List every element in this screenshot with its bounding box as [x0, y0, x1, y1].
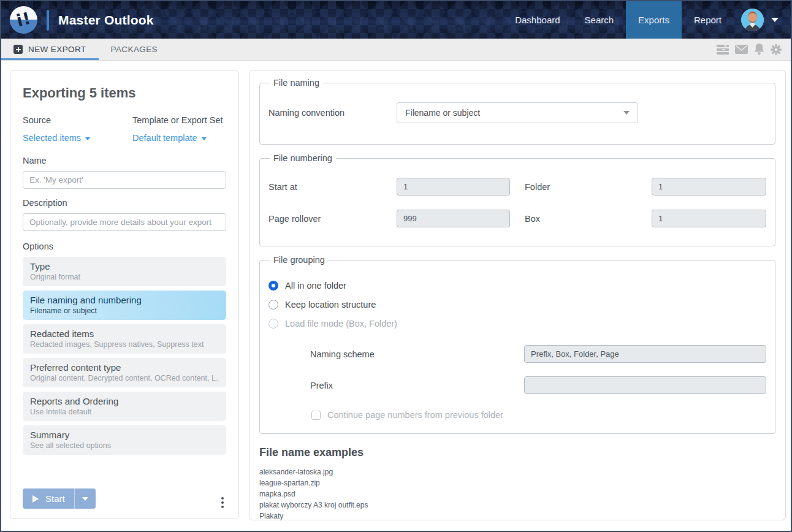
options-label: Options — [23, 241, 226, 251]
example-file: mapka.psd — [259, 488, 775, 500]
start-button[interactable]: Start — [23, 493, 74, 504]
radio-label: All in one folder — [285, 281, 346, 291]
example-file-list: aleksander-latoska.jpg league-spartan.zi… — [259, 466, 775, 522]
nav-item-exports[interactable]: Exports — [626, 1, 682, 39]
start-at-label: Start at — [268, 182, 397, 192]
naming-scheme-input — [524, 345, 766, 363]
box-label: Box — [510, 214, 652, 224]
name-label: Name — [23, 156, 226, 165]
main-nav: Dashboard Search Exports Report — [503, 1, 791, 39]
logo-glyph: i! — [14, 8, 32, 30]
sub-navbar: NEW EXPORT PACKAGES — [1, 39, 791, 61]
option-reports-ordering[interactable]: Reports and Ordering Use Intella default — [23, 392, 226, 421]
start-split-button: Start — [23, 488, 96, 509]
naming-convention-select[interactable]: Filename or subject — [397, 102, 638, 123]
chevron-down-icon — [85, 137, 90, 140]
example-file: Plakaty — [259, 511, 775, 522]
file-grouping-legend: File grouping — [270, 255, 329, 265]
option-subtitle: Redacted images, Suppress natives, Suppr… — [30, 340, 219, 349]
description-label: Description — [23, 198, 226, 208]
option-title: Summary — [30, 430, 219, 440]
radio-checked-icon[interactable] — [268, 281, 278, 291]
tab-packages[interactable]: PACKAGES — [99, 39, 170, 60]
file-naming-fieldset: File naming Naming convention Filename o… — [259, 78, 775, 145]
file-naming-legend: File naming — [270, 78, 323, 88]
option-redacted-items[interactable]: Redacted items Redacted images, Suppress… — [23, 324, 226, 354]
chevron-down-icon — [623, 111, 630, 115]
export-config-panel: Exporting 5 items Source Template or Exp… — [10, 70, 239, 519]
app-logo-icon: i! — [10, 6, 37, 34]
option-subtitle: See all selected options — [30, 441, 219, 450]
folder-label: Folder — [510, 182, 652, 192]
source-label: Source — [23, 115, 132, 125]
subnav-icons — [717, 39, 791, 60]
bell-icon[interactable] — [754, 44, 764, 55]
tab-new-export-label: NEW EXPORT — [28, 45, 86, 54]
source-template-row: Source Template or Export Set Selected i… — [23, 115, 226, 143]
option-subtitle: Original content, Decrypted content, OCR… — [30, 374, 219, 382]
user-avatar[interactable] — [741, 9, 764, 31]
nav-item-dashboard[interactable]: Dashboard — [503, 1, 572, 39]
top-navbar: i! Master Outlook Dashboard Search Expor… — [1, 1, 791, 39]
page-rollover-label: Page rollover — [268, 214, 397, 224]
chevron-down-icon — [202, 137, 207, 140]
option-type[interactable]: Type Original format — [23, 257, 226, 286]
plus-square-icon — [13, 45, 23, 54]
option-title: Preferred content type — [30, 362, 219, 373]
brand: i! Master Outlook — [1, 1, 154, 39]
option-subtitle: Original format — [30, 273, 219, 281]
option-preferred-content-type[interactable]: Preferred content type Original content,… — [23, 358, 226, 387]
checkbox-label: Continue page numbers from previous fold… — [327, 410, 503, 420]
options-list: Type Original format File naming and num… — [23, 257, 226, 455]
radio-disabled-icon — [268, 319, 278, 329]
chevron-down-icon — [82, 497, 88, 501]
source-dropdown-label: Selected items — [23, 133, 81, 143]
tab-new-export[interactable]: NEW EXPORT — [1, 39, 99, 60]
more-options-kebab-icon[interactable] — [221, 501, 224, 504]
user-menu[interactable] — [734, 1, 791, 39]
example-file: aleksander-latoska.jpg — [259, 466, 775, 477]
template-dropdown[interactable]: Default template — [132, 133, 207, 143]
start-at-input — [397, 178, 510, 196]
option-summary[interactable]: Summary See all selected options — [23, 425, 226, 455]
radio-load-file-mode: Load file mode (Box, Folder) — [268, 319, 766, 329]
template-label: Template or Export Set — [132, 115, 226, 125]
prefix-input — [524, 376, 766, 394]
app-title: Master Outlook — [58, 13, 154, 28]
start-options-button[interactable] — [75, 488, 96, 509]
user-menu-caret-icon[interactable] — [771, 18, 779, 22]
list-icon[interactable] — [717, 45, 729, 55]
export-heading: Exporting 5 items — [23, 85, 226, 101]
naming-convention-label: Naming convention — [268, 108, 397, 118]
nav-item-search[interactable]: Search — [573, 1, 626, 39]
example-file: plakat wyborczy A3 kroj outfit.eps — [259, 500, 775, 511]
folder-input — [652, 178, 766, 196]
source-dropdown[interactable]: Selected items — [23, 133, 90, 143]
file-numbering-fieldset: File numbering Start at Folder Page roll… — [259, 153, 775, 246]
checkbox-icon — [311, 411, 321, 420]
file-grouping-fieldset: File grouping All in one folder Keep loc… — [259, 255, 775, 434]
file-naming-panel: File naming Naming convention Filename o… — [249, 70, 786, 520]
option-file-naming[interactable]: File naming and numbering Filename or su… — [23, 291, 226, 320]
radio-icon[interactable] — [268, 300, 278, 310]
file-name-examples: File name examples aleksander-latoska.jp… — [259, 446, 775, 522]
content-area: Exporting 5 items Source Template or Exp… — [1, 61, 791, 530]
gear-icon[interactable] — [771, 44, 782, 55]
tab-packages-label: PACKAGES — [111, 45, 158, 54]
start-button-label: Start — [45, 493, 65, 504]
option-title: Type — [30, 261, 219, 272]
naming-scheme-label: Naming scheme — [310, 349, 524, 359]
option-subtitle: Use Intella default — [30, 408, 219, 416]
radio-label: Keep location structure — [285, 300, 376, 310]
radio-keep-location-structure[interactable]: Keep location structure — [268, 300, 766, 310]
continue-page-numbers-checkbox-row: Continue page numbers from previous fold… — [311, 410, 766, 420]
examples-heading: File name examples — [259, 446, 775, 459]
name-input[interactable] — [23, 171, 226, 189]
radio-label: Load file mode (Box, Folder) — [285, 319, 397, 329]
description-input[interactable] — [23, 213, 226, 231]
mail-icon[interactable] — [735, 45, 748, 54]
page-rollover-input — [397, 210, 510, 227]
example-file: league-spartan.zip — [259, 477, 775, 488]
radio-all-in-one-folder[interactable]: All in one folder — [268, 281, 766, 291]
nav-item-report[interactable]: Report — [682, 1, 734, 39]
